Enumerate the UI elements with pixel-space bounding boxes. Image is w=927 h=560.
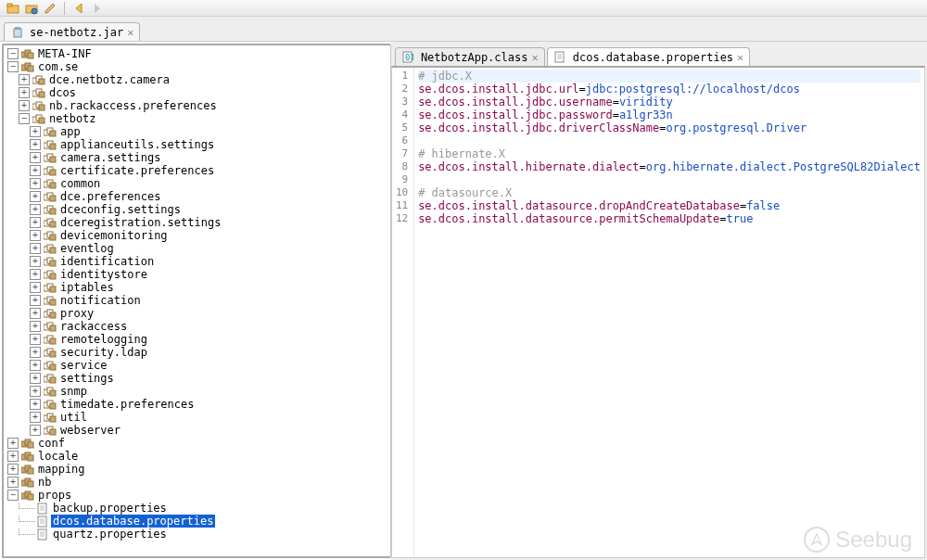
tree-toggle[interactable]: + bbox=[19, 87, 30, 98]
tree-node[interactable]: quartz.properties bbox=[7, 528, 390, 541]
tree-node[interactable]: +snmp bbox=[7, 385, 390, 398]
tree-node[interactable]: +rackaccess bbox=[7, 320, 390, 333]
tree-node[interactable]: +applianceutils.settings bbox=[7, 138, 390, 151]
tree-toggle[interactable]: + bbox=[7, 451, 19, 462]
tree-node[interactable]: +proxy bbox=[7, 307, 390, 320]
tree-node[interactable]: +identitystore bbox=[7, 268, 390, 281]
tree-toggle[interactable]: + bbox=[30, 373, 41, 384]
tree-toggle[interactable]: + bbox=[30, 256, 41, 267]
tree-toggle[interactable]: + bbox=[30, 308, 41, 319]
tree-toggle[interactable]: + bbox=[30, 243, 41, 254]
tree-node[interactable]: +iptables bbox=[7, 281, 390, 294]
tree-toggle[interactable]: + bbox=[30, 139, 41, 150]
tree-node[interactable]: +remotelogging bbox=[7, 333, 390, 346]
tree-toggle[interactable]: + bbox=[30, 152, 41, 163]
pkg-icon bbox=[43, 190, 57, 203]
separator bbox=[64, 2, 65, 15]
tree-node[interactable]: +webserver bbox=[7, 424, 390, 437]
tree-node[interactable]: +conf bbox=[7, 437, 390, 450]
svg-text:010: 010 bbox=[405, 53, 413, 62]
tree-toggle[interactable]: + bbox=[30, 204, 41, 215]
code-area[interactable]: 123456789101112 # jdbc.Xse.dcos.install.… bbox=[391, 66, 925, 558]
tree-node[interactable]: −META-INF bbox=[7, 47, 390, 60]
edit-icon[interactable] bbox=[43, 1, 57, 16]
tree-toggle[interactable]: + bbox=[7, 464, 19, 475]
editor-tab[interactable]: 010 NetbotzApp.class ✕ bbox=[395, 47, 545, 66]
tree-node[interactable]: +dceregistration.settings bbox=[7, 216, 390, 229]
tree-node[interactable]: +timedate.preferences bbox=[7, 398, 390, 411]
tree-node[interactable]: −props bbox=[7, 489, 390, 502]
tree-toggle[interactable]: + bbox=[30, 282, 41, 293]
tree-toggle[interactable]: − bbox=[19, 113, 30, 124]
close-icon[interactable]: ✕ bbox=[737, 51, 743, 64]
tree-toggle[interactable]: − bbox=[7, 48, 19, 59]
close-icon[interactable]: ✕ bbox=[531, 51, 538, 64]
tree-toggle[interactable]: + bbox=[30, 295, 41, 306]
tree-toggle[interactable]: + bbox=[7, 438, 19, 449]
tree-node[interactable]: +nb bbox=[7, 476, 390, 489]
tree-toggle[interactable]: + bbox=[30, 269, 41, 280]
tree-node[interactable]: +util bbox=[7, 411, 390, 424]
toolbar bbox=[0, 0, 927, 17]
tree-toggle[interactable]: + bbox=[30, 360, 41, 371]
tree-node[interactable]: backup.properties bbox=[7, 502, 390, 515]
close-icon[interactable]: ✕ bbox=[127, 26, 133, 39]
tree-label: mapping bbox=[36, 463, 87, 476]
tree-node[interactable]: +identification bbox=[7, 255, 390, 268]
tree-toggle[interactable]: + bbox=[30, 191, 41, 202]
tree-toggle[interactable]: + bbox=[30, 126, 41, 137]
tree-node[interactable]: +settings bbox=[7, 372, 390, 385]
tree-node[interactable]: +locale bbox=[7, 450, 390, 463]
svg-rect-80 bbox=[50, 351, 56, 357]
tree-toggle[interactable]: + bbox=[30, 178, 41, 189]
tree-node[interactable]: +devicemonitoring bbox=[7, 229, 390, 242]
tree-toggle[interactable]: + bbox=[19, 100, 30, 111]
tree-label: timedate.preferences bbox=[58, 398, 197, 411]
tree-toggle[interactable]: + bbox=[19, 74, 30, 85]
pkg-full-icon bbox=[20, 60, 34, 73]
tree-node[interactable]: +dce.preferences bbox=[7, 190, 390, 203]
tree-toggle[interactable]: + bbox=[7, 477, 19, 488]
tree-node[interactable]: +certificate.preferences bbox=[7, 164, 390, 177]
tree-label: app bbox=[58, 125, 83, 138]
main-tab[interactable]: se-netbotz.jar ✕ bbox=[4, 22, 140, 41]
forward-icon[interactable] bbox=[90, 1, 105, 16]
tree-node[interactable]: +dce.netbotz.camera bbox=[7, 73, 390, 86]
tree-node[interactable]: +eventlog bbox=[7, 242, 390, 255]
open-folder-icon[interactable] bbox=[6, 1, 20, 16]
tree-node[interactable]: +camera.settings bbox=[7, 151, 390, 164]
svg-rect-83 bbox=[50, 364, 56, 370]
tree-node[interactable]: +dceconfig.settings bbox=[7, 203, 390, 216]
tree-node[interactable]: +common bbox=[7, 177, 390, 190]
tree-node[interactable]: +mapping bbox=[7, 463, 390, 476]
tree-toggle[interactable]: + bbox=[30, 386, 41, 397]
code-content[interactable]: # jdbc.Xse.dcos.install.jdbc.url=jdbc:po… bbox=[414, 68, 924, 557]
tree-toggle[interactable]: − bbox=[7, 490, 19, 501]
tree-toggle[interactable]: + bbox=[30, 217, 41, 228]
tree-node[interactable]: dcos.database.properties bbox=[7, 515, 390, 528]
tree-node[interactable]: +notification bbox=[7, 294, 390, 307]
editor-tab[interactable]: dcos.database.properties ✕ bbox=[547, 47, 751, 66]
tree-toggle[interactable]: + bbox=[30, 399, 41, 410]
back-icon[interactable] bbox=[71, 1, 86, 16]
tree-toggle[interactable]: + bbox=[30, 334, 41, 345]
tree-node[interactable]: +nb.rackaccess.preferences bbox=[7, 99, 390, 112]
tree-toggle[interactable]: + bbox=[30, 321, 41, 332]
tree-node[interactable]: +app bbox=[7, 125, 390, 138]
package-explorer[interactable]: −META-INF−com.se+dce.netbotz.camera+dcos… bbox=[2, 44, 391, 558]
tree-node[interactable]: −com.se bbox=[7, 60, 390, 73]
tree-node[interactable]: +dcos bbox=[7, 86, 390, 99]
svg-rect-7 bbox=[14, 29, 21, 37]
tree-node[interactable]: −netbotz bbox=[7, 112, 390, 125]
tree-node[interactable]: +service bbox=[7, 359, 390, 372]
tree-node[interactable]: +security.ldap bbox=[7, 346, 390, 359]
tree-toggle[interactable]: − bbox=[7, 61, 19, 72]
tree-toggle[interactable]: + bbox=[30, 425, 41, 436]
tree-toggle[interactable]: + bbox=[30, 412, 41, 423]
tree-toggle[interactable]: + bbox=[30, 230, 41, 241]
tree-toggle[interactable]: + bbox=[30, 165, 41, 176]
tree-toggle[interactable]: + bbox=[30, 347, 41, 358]
pkg-full-icon bbox=[20, 47, 34, 60]
file-icon bbox=[35, 502, 49, 515]
open-type-icon[interactable] bbox=[24, 1, 39, 16]
